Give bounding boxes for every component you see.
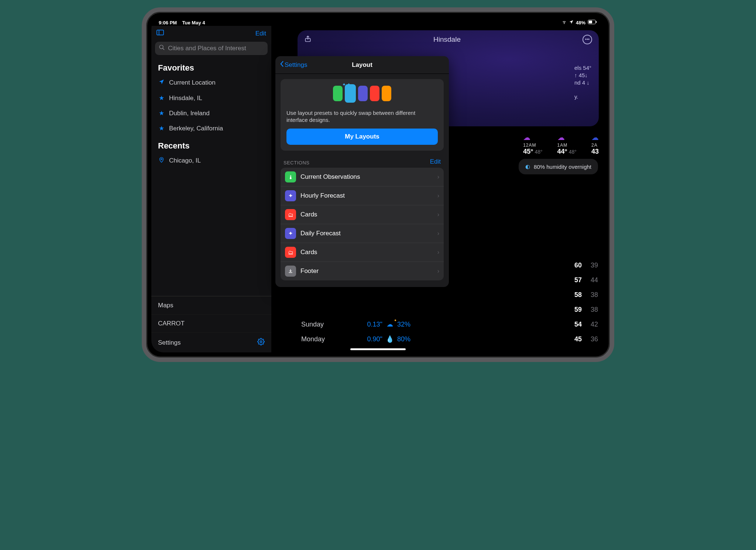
- svg-point-8: [260, 341, 262, 343]
- section-label: Current Observations: [300, 173, 360, 181]
- sidebar-item-hinsdale[interactable]: ★ Hinsdale, IL: [151, 90, 271, 106]
- humidity-text: 80% humidity overnight: [534, 164, 591, 170]
- sidebar-item-berkeley[interactable]: ★ Berkeley, California: [151, 121, 271, 136]
- day-name: Monday: [301, 335, 360, 343]
- star-icon: ★: [158, 124, 165, 132]
- section-row-current-observations[interactable]: 🌡 Current Observations ›: [281, 168, 444, 186]
- section-label: Hourly Forecast: [300, 192, 345, 199]
- hour-cell: ☁ 1AM 44°48°: [557, 133, 577, 156]
- chevron-right-icon: ›: [437, 174, 439, 180]
- daily-row-monday[interactable]: Monday 0.90" 💧 80% 4536: [301, 332, 598, 346]
- hourly-forecast-peek: ☁ 12AM 45°48° ☁ 1AM 44°48° ☁ 2A 43: [523, 133, 599, 156]
- sections-list: 🌡 Current Observations › ✦ Hourly Foreca…: [281, 168, 444, 280]
- obs-line: y.: [574, 93, 591, 100]
- swatch-green: [333, 86, 343, 101]
- section-row-daily-forecast[interactable]: ✦ Daily Forecast ›: [281, 224, 444, 243]
- gear-icon: [257, 338, 265, 347]
- more-icon[interactable]: •••: [583, 35, 592, 44]
- sidebar-item-current-location[interactable]: Current Location: [151, 75, 271, 90]
- recents-heading: Recents: [151, 136, 271, 153]
- daily-row-sunday[interactable]: Sunday 0.13" ● ☁ 32% 5442: [301, 317, 598, 332]
- status-time: 9:06 PM: [159, 20, 177, 25]
- daily-lo: 39: [582, 262, 598, 269]
- sparkle-icon: ✦: [285, 228, 296, 239]
- swatch-blue: [345, 84, 356, 103]
- screen: 9:06 PM Tue May 4 48%: [151, 17, 605, 352]
- sidebar-item-label: Hinsdale, IL: [169, 95, 202, 102]
- preset-card: ✦ ✦ Use layout presets to quickly swap b…: [281, 79, 444, 151]
- sidebar-item-label: Chicago, IL: [169, 157, 201, 164]
- share-icon[interactable]: [304, 35, 312, 44]
- hour-lo: 48°: [569, 149, 577, 155]
- sidebar-edit-button[interactable]: Edit: [255, 30, 266, 37]
- maps-label: Maps: [158, 302, 173, 309]
- observation-peek: els 54° ↑ 45↓ nd 4 ↓ y.: [574, 64, 591, 100]
- cards-icon: 🗂: [285, 209, 296, 220]
- daily-hi: 59: [566, 306, 582, 314]
- hour-hi: 44°: [557, 148, 567, 155]
- my-layouts-button[interactable]: My Layouts: [286, 129, 438, 145]
- daily-hi: 57: [566, 276, 582, 284]
- pin-icon: [158, 157, 165, 165]
- daily-lo: 36: [582, 335, 598, 343]
- hour-time: 1AM: [557, 143, 568, 148]
- sidebar-item-chicago[interactable]: Chicago, IL: [151, 153, 271, 168]
- svg-line-6: [163, 48, 164, 50]
- cloud-icon: ☁: [557, 133, 565, 141]
- daily-hi: 60: [566, 262, 582, 269]
- section-label: Daily Forecast: [300, 230, 341, 237]
- sidebar-toggle-icon[interactable]: [157, 30, 164, 37]
- preset-description: Use layout presets to quickly swap betwe…: [286, 109, 438, 123]
- hour-cell: ☁ 12AM 45°48°: [523, 133, 542, 156]
- status-bar: 9:06 PM Tue May 4 48%: [151, 17, 605, 26]
- svg-rect-3: [157, 30, 164, 35]
- section-row-cards-1[interactable]: 🗂 Cards ›: [281, 205, 444, 224]
- wifi-icon: [562, 20, 567, 25]
- precip-amount: 0.90": [360, 335, 382, 343]
- search-icon: [159, 44, 165, 52]
- search-input[interactable]: Cities and Places of Interest: [155, 42, 268, 55]
- humidity-card[interactable]: ◐ 80% humidity overnight: [519, 159, 598, 174]
- app: Edit Cities and Places of Interest Favor…: [151, 26, 605, 352]
- sidebar-nav-settings[interactable]: Settings: [151, 332, 271, 352]
- hour-time: 12AM: [523, 143, 536, 148]
- carrot-label: CARROT: [158, 320, 185, 327]
- humidity-icon: ◐: [525, 163, 530, 170]
- sidebar-item-label: Berkeley, California: [169, 125, 223, 132]
- chevron-left-icon: [280, 61, 284, 69]
- obs-line: els 54°: [574, 64, 591, 72]
- day-name: Sunday: [301, 321, 360, 328]
- section-row-hourly-forecast[interactable]: ✦ Hourly Forecast ›: [281, 186, 444, 205]
- sidebar-nav-carrot[interactable]: CARROT: [151, 314, 271, 332]
- chevron-right-icon: ›: [437, 192, 439, 199]
- sidebar-item-dublin[interactable]: ★ Dublin, Ireland: [151, 106, 271, 121]
- section-label: Footer: [300, 267, 319, 275]
- sidebar-nav-maps[interactable]: Maps: [151, 296, 271, 314]
- ipad-device-frame: 9:06 PM Tue May 4 48%: [142, 7, 614, 362]
- section-row-cards-2[interactable]: 🗂 Cards ›: [281, 243, 444, 262]
- sections-edit-button[interactable]: Edit: [430, 158, 441, 165]
- status-time-date: 9:06 PM Tue May 4: [159, 20, 205, 25]
- battery-icon: [588, 20, 597, 25]
- back-button[interactable]: Settings: [280, 61, 307, 69]
- svg-point-7: [161, 158, 162, 160]
- svg-rect-1: [596, 21, 597, 23]
- swatch-purple: [358, 86, 368, 101]
- section-row-footer[interactable]: Footer ›: [281, 262, 444, 280]
- thermometer-icon: 🌡: [285, 171, 296, 182]
- sidebar-bottom: Maps CARROT Settings: [151, 296, 271, 352]
- chevron-right-icon: ›: [437, 268, 439, 274]
- favorites-heading: Favorites: [151, 58, 271, 75]
- cards-icon: 🗂: [285, 247, 296, 258]
- section-label: Cards: [300, 211, 317, 218]
- swatch-red: [370, 86, 379, 101]
- obs-line: nd 4 ↓: [574, 79, 591, 86]
- daily-lo: 38: [582, 306, 598, 314]
- star-icon: ★: [158, 94, 165, 102]
- svg-point-5: [159, 45, 163, 49]
- search-placeholder: Cities and Places of Interest: [168, 45, 246, 52]
- home-indicator[interactable]: [350, 348, 406, 350]
- sidebar-item-label: Dublin, Ireland: [169, 110, 210, 117]
- cloud-icon: ☁: [523, 133, 530, 141]
- precip-icon: ● ☁: [382, 320, 397, 328]
